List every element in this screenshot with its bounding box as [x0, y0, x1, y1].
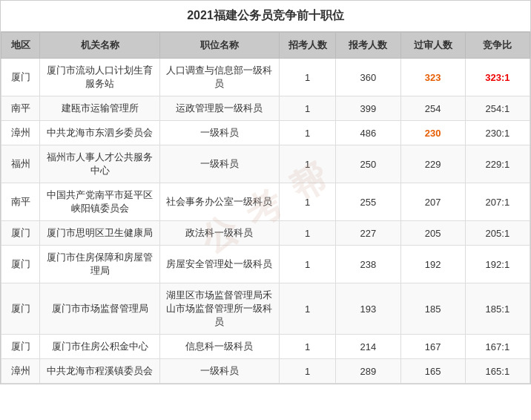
cell-org: 中共龙海市程溪镇委员会 [40, 359, 159, 384]
table-row: 漳州中共龙海市程溪镇委员会一级科员1289165165:1 [1, 359, 530, 384]
cell-region: 南平 [1, 183, 40, 221]
cell-ratio: 254:1 [465, 96, 530, 121]
header-recruit: 招考人数 [280, 33, 336, 59]
cell-position: 一级科员 [159, 145, 279, 183]
cell-apply: 255 [336, 183, 400, 221]
cell-position: 一级科员 [159, 359, 279, 384]
cell-pass: 254 [400, 96, 465, 121]
cell-region: 漳州 [1, 359, 40, 384]
cell-ratio: 323:1 [465, 59, 530, 96]
header-ratio: 竞争比 [465, 33, 530, 59]
cell-recruit: 1 [280, 121, 336, 145]
cell-ratio: 192:1 [465, 246, 530, 283]
cell-apply: 250 [336, 145, 400, 183]
cell-pass: 229 [400, 145, 465, 183]
cell-recruit: 1 [280, 246, 336, 283]
table-header-row: 地区 机关名称 职位名称 招考人数 报考人数 过审人数 竞争比 [1, 33, 530, 59]
cell-recruit: 1 [280, 283, 336, 335]
cell-apply: 486 [336, 121, 400, 145]
cell-apply: 238 [336, 246, 400, 283]
cell-ratio: 207:1 [465, 183, 530, 221]
cell-org: 厦门市流动人口计划生育服务站 [40, 59, 159, 96]
data-table: 地区 机关名称 职位名称 招考人数 报考人数 过审人数 竞争比 厦门厦门市流动人… [1, 32, 530, 384]
cell-position: 湖里区市场监督管理局禾山市场监督管理所一级科员 [159, 283, 279, 335]
cell-apply: 227 [336, 221, 400, 246]
cell-pass: 230 [400, 121, 465, 145]
cell-ratio: 185:1 [465, 283, 530, 335]
cell-recruit: 1 [280, 145, 336, 183]
cell-position: 一级科员 [159, 121, 279, 145]
cell-position: 社会事务办公室一级科员 [159, 183, 279, 221]
cell-org: 厦门市住房保障和房屋管理局 [40, 246, 159, 283]
cell-ratio: 167:1 [465, 335, 530, 359]
cell-apply: 399 [336, 96, 400, 121]
table-row: 南平建瓯市运输管理所运政管理股一级科员1399254254:1 [1, 96, 530, 121]
table-row: 厦门厦门市住房保障和房屋管理局房屋安全管理处一级科员1238192192:1 [1, 246, 530, 283]
table-container: 公 考 帮 地区 机关名称 职位名称 招考人数 报考人数 过审人数 竞争比 厦门… [1, 32, 530, 384]
cell-pass: 205 [400, 221, 465, 246]
cell-region: 南平 [1, 96, 40, 121]
cell-apply: 193 [336, 283, 400, 335]
table-row: 福州福州市人事人才公共服务中心一级科员1250229229:1 [1, 145, 530, 183]
header-region: 地区 [1, 33, 40, 59]
cell-org: 福州市人事人才公共服务中心 [40, 145, 159, 183]
cell-ratio: 229:1 [465, 145, 530, 183]
cell-recruit: 1 [280, 359, 336, 384]
table-row: 厦门厦门市思明区卫生健康局政法科一级科员1227205205:1 [1, 221, 530, 246]
cell-position: 房屋安全管理处一级科员 [159, 246, 279, 283]
cell-ratio: 205:1 [465, 221, 530, 246]
table-body: 厦门厦门市流动人口计划生育服务站人口调查与信息部一级科员1360323323:1… [1, 59, 530, 384]
cell-apply: 289 [336, 359, 400, 384]
cell-pass: 167 [400, 335, 465, 359]
page-title: 2021福建公务员竞争前十职位 [1, 1, 530, 32]
table-row: 漳州中共龙海市东泗乡委员会一级科员1486230230:1 [1, 121, 530, 145]
cell-region: 漳州 [1, 121, 40, 145]
cell-region: 厦门 [1, 221, 40, 246]
cell-region: 厦门 [1, 246, 40, 283]
cell-org: 厦门市住房公积金中心 [40, 335, 159, 359]
cell-apply: 360 [336, 59, 400, 96]
header-pass: 过审人数 [400, 33, 465, 59]
table-row: 南平中国共产党南平市延平区峡阳镇委员会社会事务办公室一级科员1255207207… [1, 183, 530, 221]
cell-pass: 185 [400, 283, 465, 335]
cell-recruit: 1 [280, 96, 336, 121]
cell-pass: 192 [400, 246, 465, 283]
main-container: 2021福建公务员竞争前十职位 公 考 帮 地区 机关名称 职位名称 招考人数 … [0, 0, 531, 384]
table-row: 厦门厦门市流动人口计划生育服务站人口调查与信息部一级科员1360323323:1 [1, 59, 530, 96]
cell-pass: 323 [400, 59, 465, 96]
cell-pass: 207 [400, 183, 465, 221]
cell-ratio: 165:1 [465, 359, 530, 384]
cell-org: 中共龙海市东泗乡委员会 [40, 121, 159, 145]
cell-org: 厦门市思明区卫生健康局 [40, 221, 159, 246]
cell-position: 人口调查与信息部一级科员 [159, 59, 279, 96]
cell-position: 信息科一级科员 [159, 335, 279, 359]
table-row: 厦门厦门市市场监督管理局湖里区市场监督管理局禾山市场监督管理所一级科员11931… [1, 283, 530, 335]
cell-org: 建瓯市运输管理所 [40, 96, 159, 121]
cell-region: 厦门 [1, 335, 40, 359]
cell-recruit: 1 [280, 59, 336, 96]
cell-position: 政法科一级科员 [159, 221, 279, 246]
cell-recruit: 1 [280, 183, 336, 221]
cell-org: 厦门市市场监督管理局 [40, 283, 159, 335]
cell-position: 运政管理股一级科员 [159, 96, 279, 121]
cell-recruit: 1 [280, 335, 336, 359]
cell-apply: 214 [336, 335, 400, 359]
cell-region: 厦门 [1, 283, 40, 335]
cell-region: 福州 [1, 145, 40, 183]
header-org: 机关名称 [40, 33, 159, 59]
cell-pass: 165 [400, 359, 465, 384]
cell-org: 中国共产党南平市延平区峡阳镇委员会 [40, 183, 159, 221]
header-apply: 报考人数 [336, 33, 400, 59]
header-position: 职位名称 [159, 33, 279, 59]
table-row: 厦门厦门市住房公积金中心信息科一级科员1214167167:1 [1, 335, 530, 359]
cell-ratio: 230:1 [465, 121, 530, 145]
cell-recruit: 1 [280, 221, 336, 246]
cell-region: 厦门 [1, 59, 40, 96]
